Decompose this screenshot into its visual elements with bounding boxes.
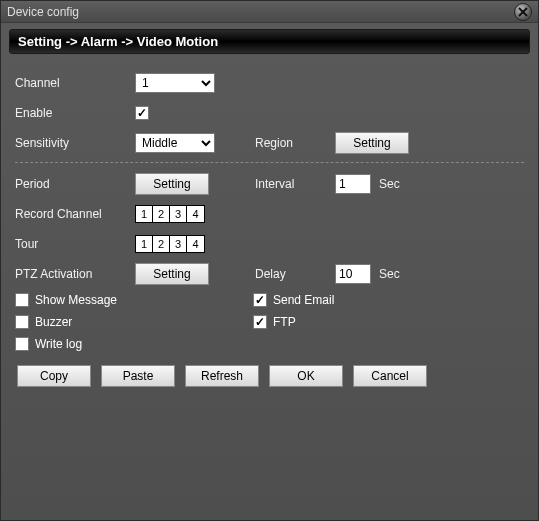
period-setting-button[interactable]: Setting [135, 173, 209, 195]
send-email-checkbox[interactable] [253, 293, 267, 307]
interval-input[interactable] [335, 174, 371, 194]
sensitivity-select[interactable]: LowestLowMiddleHighHighest [135, 133, 215, 153]
breadcrumb: Setting -> Alarm -> Video Motion [9, 29, 530, 54]
ptz-label: PTZ Activation [15, 267, 135, 281]
tour-label: Tour [15, 237, 135, 251]
record-channel-box-2[interactable]: 2 [153, 206, 170, 222]
enable-checkbox[interactable] [135, 106, 149, 120]
titlebar: Device config [1, 1, 538, 23]
interval-label: Interval [255, 177, 335, 191]
close-icon[interactable] [514, 3, 532, 21]
tour-channel-boxes: 1234 [135, 235, 205, 253]
send-email-label: Send Email [273, 293, 334, 307]
ok-button[interactable]: OK [269, 365, 343, 387]
record-channel-box-4[interactable]: 4 [187, 206, 204, 222]
region-setting-button[interactable]: Setting [335, 132, 409, 154]
delay-label: Delay [255, 267, 335, 281]
delay-unit: Sec [379, 267, 400, 281]
record-channel-box-3[interactable]: 3 [170, 206, 187, 222]
refresh-button[interactable]: Refresh [185, 365, 259, 387]
cancel-button[interactable]: Cancel [353, 365, 427, 387]
record-channel-label: Record Channel [15, 207, 135, 221]
tour-channel-box-2[interactable]: 2 [153, 236, 170, 252]
paste-button[interactable]: Paste [101, 365, 175, 387]
period-label: Period [15, 177, 135, 191]
show-message-checkbox[interactable] [15, 293, 29, 307]
ptz-setting-button[interactable]: Setting [135, 263, 209, 285]
buzzer-checkbox[interactable] [15, 315, 29, 329]
content-area: Setting -> Alarm -> Video Motion Channel… [1, 23, 538, 520]
form-area: Channel 1234 Enable Sensitivity LowestLo… [9, 72, 530, 387]
delay-input[interactable] [335, 264, 371, 284]
separator [15, 162, 524, 163]
record-channel-boxes: 1234 [135, 205, 205, 223]
tour-channel-box-3[interactable]: 3 [170, 236, 187, 252]
button-bar: Copy Paste Refresh OK Cancel [15, 365, 524, 387]
window-title: Device config [7, 5, 79, 19]
tour-channel-box-4[interactable]: 4 [187, 236, 204, 252]
channel-label: Channel [15, 76, 135, 90]
ftp-checkbox[interactable] [253, 315, 267, 329]
record-channel-box-1[interactable]: 1 [136, 206, 153, 222]
sensitivity-label: Sensitivity [15, 136, 135, 150]
device-config-window: Device config Setting -> Alarm -> Video … [0, 0, 539, 521]
tour-channel-box-1[interactable]: 1 [136, 236, 153, 252]
enable-label: Enable [15, 106, 135, 120]
buzzer-label: Buzzer [35, 315, 72, 329]
channel-select[interactable]: 1234 [135, 73, 215, 93]
write-log-checkbox[interactable] [15, 337, 29, 351]
show-message-label: Show Message [35, 293, 117, 307]
write-log-label: Write log [35, 337, 82, 351]
interval-unit: Sec [379, 177, 400, 191]
ftp-label: FTP [273, 315, 296, 329]
region-label: Region [255, 136, 335, 150]
copy-button[interactable]: Copy [17, 365, 91, 387]
